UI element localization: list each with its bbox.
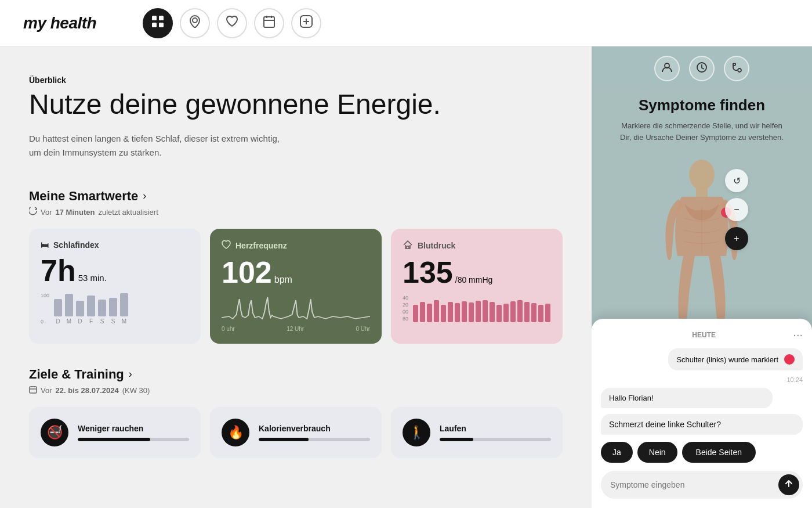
symptome-title: Symptome finden bbox=[609, 96, 795, 114]
sleep-y-max: 100 bbox=[41, 293, 49, 298]
sleep-bar bbox=[76, 301, 84, 316]
ziele-arrow[interactable]: › bbox=[129, 368, 132, 380]
update-info: Vor 17 Minuten zuletzt aktualisiert bbox=[29, 207, 563, 217]
sleep-card-header: 🛏 Schlafindex bbox=[41, 240, 189, 250]
chat-btn-ja[interactable]: Ja bbox=[601, 442, 633, 463]
sleep-bar-label: S bbox=[100, 318, 104, 325]
calendar-icon bbox=[263, 15, 275, 31]
left-panel: Überblick Nutze deine gewonnene Energie.… bbox=[0, 46, 592, 508]
ziele-title: Ziele & Training bbox=[29, 367, 124, 382]
sleep-bar-label: S bbox=[111, 318, 115, 325]
bed-icon: 🛏 bbox=[41, 240, 49, 250]
bp-bar bbox=[545, 304, 550, 322]
goal-card-0: 🚭 Weniger rauchen bbox=[29, 407, 201, 458]
goal-icon-2: 🚶 bbox=[403, 419, 430, 446]
bp-bar bbox=[476, 301, 481, 322]
smartwerte-title: Meine Smartwerte bbox=[29, 189, 138, 204]
goal-progress-fill-1 bbox=[259, 438, 309, 441]
sleep-card: 🛏 Schlafindex 7h 53 min. 100 0 DMDFSSM bbox=[29, 229, 201, 344]
sleep-bar bbox=[65, 294, 73, 316]
sleep-bar-label: D bbox=[56, 318, 60, 325]
grid-icon bbox=[151, 15, 164, 31]
heart-value: 102 bpm bbox=[222, 257, 370, 287]
chat-btn-nein[interactable]: Nein bbox=[637, 442, 677, 463]
nav-location-btn[interactable] bbox=[180, 8, 210, 38]
bp-bar bbox=[538, 305, 543, 322]
blood-card: Blutdruck 135 /80 mmHg 40 20 00 80 bbox=[391, 229, 563, 344]
blood-label: Blutdruck bbox=[418, 241, 455, 250]
chat-input-row bbox=[601, 471, 803, 499]
goal-card-1: 🔥 Kalorienverbrauch bbox=[210, 407, 382, 458]
history-btn[interactable] bbox=[689, 56, 715, 81]
nav-grid-btn[interactable] bbox=[143, 8, 173, 38]
calendar-small-icon bbox=[29, 385, 37, 395]
chat-question: Schmerzt deine linke Schulter? bbox=[601, 414, 803, 435]
svg-rect-5 bbox=[264, 17, 274, 27]
heart-icon bbox=[226, 16, 238, 30]
nav-heart-btn[interactable] bbox=[217, 8, 247, 38]
update-suf: zuletzt aktualisiert bbox=[98, 208, 158, 217]
svg-point-10 bbox=[738, 69, 741, 72]
blood-value: 135 /80 mmHg bbox=[403, 257, 551, 287]
sleep-bar bbox=[87, 296, 95, 316]
smartwerte-arrow[interactable]: › bbox=[143, 190, 146, 202]
heart-card: Herzfrequenz 102 bpm 0 uhr 12 Uhr 0 Uhr bbox=[210, 229, 382, 344]
rotate-icon: ↺ bbox=[733, 175, 741, 186]
sleep-bar-group: M bbox=[120, 293, 128, 325]
goal-icon-0: 🚭 bbox=[41, 419, 68, 446]
zoom-out-btn[interactable]: − bbox=[725, 198, 748, 221]
goal-progress-fill-0 bbox=[78, 438, 150, 441]
goal-name-2: Laufen bbox=[440, 424, 551, 433]
bp-bar bbox=[420, 302, 425, 322]
heart-chart-labels: 0 uhr 12 Uhr 0 Uhr bbox=[222, 326, 370, 332]
bp-bar bbox=[448, 302, 453, 322]
goal-info-1: Kalorienverbrauch bbox=[259, 424, 370, 441]
stethoscope-btn[interactable] bbox=[724, 56, 749, 81]
goal-progress-fill-2 bbox=[440, 438, 473, 441]
sleep-bar-group: M bbox=[65, 294, 73, 325]
sleep-bar-label: F bbox=[89, 318, 93, 325]
nav-calendar-btn[interactable] bbox=[254, 8, 284, 38]
goal-progress-bar-0 bbox=[78, 438, 189, 441]
chat-time: 10:24 bbox=[601, 376, 803, 383]
sleep-bar-group: F bbox=[87, 296, 95, 325]
sleep-bar bbox=[54, 299, 62, 316]
bp-bar bbox=[413, 305, 418, 322]
bp-bar bbox=[441, 305, 446, 322]
sleep-bar-group: S bbox=[109, 298, 117, 325]
chat-input[interactable] bbox=[610, 480, 774, 489]
body-figure: ↺ − + bbox=[644, 157, 760, 343]
goal-info-2: Laufen bbox=[440, 424, 551, 441]
svg-rect-0 bbox=[152, 16, 157, 20]
nav-medical-btn[interactable] bbox=[291, 8, 321, 38]
blood-card-header: Blutdruck bbox=[403, 240, 551, 251]
chat-btn-beide[interactable]: Beide Seiten bbox=[682, 442, 756, 463]
ziele-date: Vor 22. bis 28.07.2024 (KW 30) bbox=[29, 385, 563, 395]
blood-icon bbox=[403, 240, 413, 251]
logo: my health bbox=[23, 14, 96, 33]
sleep-bar bbox=[109, 298, 117, 316]
bp-bar bbox=[469, 302, 474, 322]
svg-rect-2 bbox=[152, 23, 157, 27]
side-controls: ↺ − + bbox=[725, 169, 748, 250]
cards-row: 🛏 Schlafindex 7h 53 min. 100 0 DMDFSSM bbox=[29, 229, 563, 344]
sleep-bar-group: D bbox=[54, 299, 62, 325]
rotate-btn[interactable]: ↺ bbox=[725, 169, 748, 192]
hero-title: Nutze deine gewonnene Energie. bbox=[29, 89, 563, 120]
sleep-bar-label: M bbox=[67, 318, 71, 325]
profile-icon bbox=[661, 62, 673, 76]
zoom-in-btn[interactable]: + bbox=[725, 227, 748, 250]
heart-chart bbox=[222, 294, 370, 323]
right-panel: Symptome finden Markiere die schmerzende… bbox=[592, 46, 812, 508]
bp-bar bbox=[531, 303, 536, 322]
goal-info-0: Weniger rauchen bbox=[78, 424, 189, 441]
profile-btn[interactable] bbox=[654, 56, 680, 81]
nav-icons bbox=[143, 8, 321, 38]
location-icon bbox=[189, 15, 201, 31]
chat-more-btn[interactable]: ··· bbox=[793, 328, 803, 341]
goals-row: 🚭 Weniger rauchen 🔥 Kalorienverbrauch bbox=[29, 407, 563, 458]
chat-send-btn[interactable] bbox=[778, 474, 799, 495]
bp-bar bbox=[483, 300, 488, 322]
bp-bar bbox=[510, 301, 516, 322]
sleep-bar bbox=[120, 293, 128, 316]
